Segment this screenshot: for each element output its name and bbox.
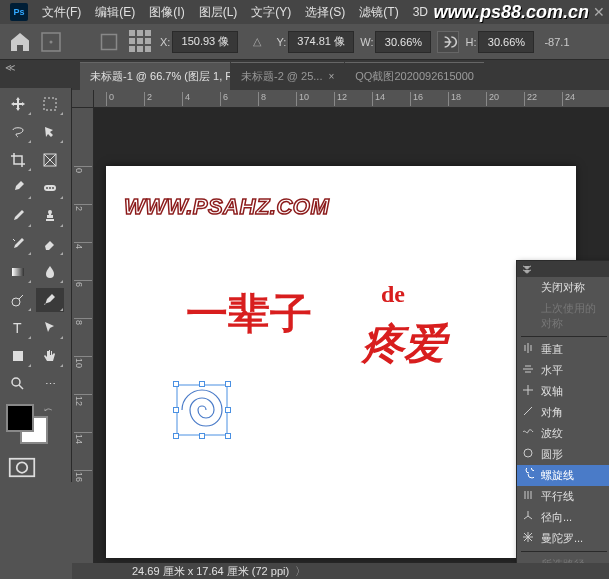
spiral-transform-box[interactable] [176, 384, 228, 436]
menu-spiral[interactable]: 螺旋线 [517, 465, 609, 486]
x-input[interactable] [172, 31, 238, 53]
menu-drag-handle[interactable] [517, 261, 609, 277]
menu-dual[interactable]: 双轴 [517, 381, 609, 402]
document-tabs: 未标题-1 @ 66.7% (图层 1, RGB/8#) * × 未标题-2 @… [0, 60, 609, 90]
svg-rect-3 [129, 30, 135, 36]
menu-diagonal[interactable]: 对角 [517, 402, 609, 423]
tab-doc1[interactable]: 未标题-1 @ 66.7% (图层 1, RGB/8#) * × [80, 62, 230, 90]
circle-icon [522, 447, 534, 459]
dual-icon [522, 384, 534, 396]
w-label: W: [360, 36, 373, 48]
svg-point-26 [524, 449, 532, 457]
svg-point-17 [52, 187, 54, 189]
type-tool-icon[interactable]: T [4, 316, 32, 340]
menu-type[interactable]: 文字(Y) [245, 2, 297, 23]
close-icon[interactable]: × [328, 71, 334, 82]
svg-rect-10 [137, 46, 143, 52]
h-label: H: [465, 36, 476, 48]
marquee-tool-icon[interactable] [36, 92, 64, 116]
svg-point-15 [46, 187, 48, 189]
color-swatches[interactable]: ⤺ [6, 404, 66, 444]
collapse-arrow-icon[interactable]: ≪ [5, 62, 15, 73]
more-tools-icon[interactable]: ⋯ [36, 372, 64, 396]
x-label: X: [160, 36, 170, 48]
reference-grid-icon[interactable] [128, 29, 154, 55]
reference-point-icon[interactable] [96, 29, 122, 55]
canvas-text-1: 一辈子 [186, 286, 312, 342]
menu-3d[interactable]: 3D [407, 3, 434, 21]
quickselect-tool-icon[interactable] [36, 120, 64, 144]
menu-radial[interactable]: 径向... [517, 507, 609, 528]
brush-tool-icon[interactable] [4, 204, 32, 228]
menu-select[interactable]: 选择(S) [299, 2, 351, 23]
doc-dimensions: 24.69 厘米 x 17.64 厘米 (72 ppi) [132, 564, 289, 579]
stamp-tool-icon[interactable] [36, 204, 64, 228]
zoom-tool-icon[interactable] [4, 372, 32, 396]
link-wh-icon[interactable] [437, 31, 459, 53]
svg-rect-9 [129, 46, 135, 52]
svg-rect-25 [177, 385, 227, 435]
transform-toggle-icon[interactable] [38, 29, 64, 55]
canvas-text-2: de [381, 281, 405, 308]
crop-tool-icon[interactable] [4, 148, 32, 172]
extra-value: -87.1 [544, 36, 569, 48]
tab-label: 未标题-2 @ 25... [241, 69, 322, 84]
svg-rect-6 [129, 38, 135, 44]
move-tool-icon[interactable] [4, 92, 32, 116]
window-close-icon[interactable]: ✕ [593, 4, 605, 20]
menu-horizontal[interactable]: 水平 [517, 360, 609, 381]
w-input[interactable] [375, 31, 431, 53]
svg-point-1 [50, 40, 53, 43]
menu-image[interactable]: 图像(I) [143, 2, 190, 23]
menu-file[interactable]: 文件(F) [36, 2, 87, 23]
wave-icon [522, 426, 534, 438]
swap-colors-icon[interactable]: ⤺ [44, 404, 52, 415]
quickmask-icon[interactable] [8, 456, 36, 478]
svg-rect-2 [102, 34, 117, 49]
shape-tool-icon[interactable] [4, 344, 32, 368]
heal-tool-icon[interactable] [36, 176, 64, 200]
ruler-horizontal[interactable]: 024681012141618202224 [94, 90, 609, 108]
svg-point-19 [12, 298, 20, 306]
menu-wave[interactable]: 波纹 [517, 423, 609, 444]
tab-doc3[interactable]: QQ截图2020092615000 [345, 62, 484, 90]
document-canvas[interactable]: WWW.PSAHZ.COM 一辈子 de 疼爱 [106, 166, 576, 558]
chevron-right-icon[interactable]: 〉 [295, 564, 306, 579]
history-brush-tool-icon[interactable] [4, 232, 32, 256]
ruler-vertical[interactable]: 0246810121416 [72, 108, 94, 563]
gradient-tool-icon[interactable] [4, 260, 32, 284]
frame-tool-icon[interactable] [36, 148, 64, 172]
lasso-tool-icon[interactable] [4, 120, 32, 144]
h-input[interactable] [478, 31, 534, 53]
svg-rect-7 [137, 38, 143, 44]
svg-rect-21 [13, 351, 23, 361]
menu-circle[interactable]: 圆形 [517, 444, 609, 465]
ruler-origin[interactable] [72, 90, 94, 108]
spiral-icon [522, 468, 534, 480]
mandala-icon [522, 531, 534, 543]
canvas-area: 024681012141618202224 0246810121416 WWW.… [72, 90, 609, 563]
fg-color-swatch[interactable] [6, 404, 34, 432]
svg-rect-5 [145, 30, 151, 36]
menu-parallel[interactable]: 平行线 [517, 486, 609, 507]
menu-edit[interactable]: 编辑(E) [89, 2, 141, 23]
path-select-tool-icon[interactable] [36, 316, 64, 340]
svg-point-24 [17, 462, 28, 473]
menu-layer[interactable]: 图层(L) [193, 2, 244, 23]
menu-filter[interactable]: 滤镜(T) [353, 2, 404, 23]
pen-tool-icon[interactable] [36, 288, 64, 312]
eyedropper-tool-icon[interactable] [4, 176, 32, 200]
options-bar: X: △ Y: W: H: -87.1 [0, 24, 609, 60]
hand-tool-icon[interactable] [36, 344, 64, 368]
menu-close-symmetry[interactable]: 关闭对称 [517, 277, 609, 298]
tab-doc2[interactable]: 未标题-2 @ 25... × [231, 62, 344, 90]
menu-mandala[interactable]: 曼陀罗... [517, 528, 609, 549]
y-input[interactable] [288, 31, 354, 53]
home-icon[interactable] [8, 30, 32, 54]
eraser-tool-icon[interactable] [36, 232, 64, 256]
blur-tool-icon[interactable] [36, 260, 64, 284]
dodge-tool-icon[interactable] [4, 288, 32, 312]
delta-icon[interactable]: △ [244, 29, 270, 55]
status-bar: 24.69 厘米 x 17.64 厘米 (72 ppi) 〉 [72, 563, 609, 579]
menu-vertical[interactable]: 垂直 [517, 339, 609, 360]
